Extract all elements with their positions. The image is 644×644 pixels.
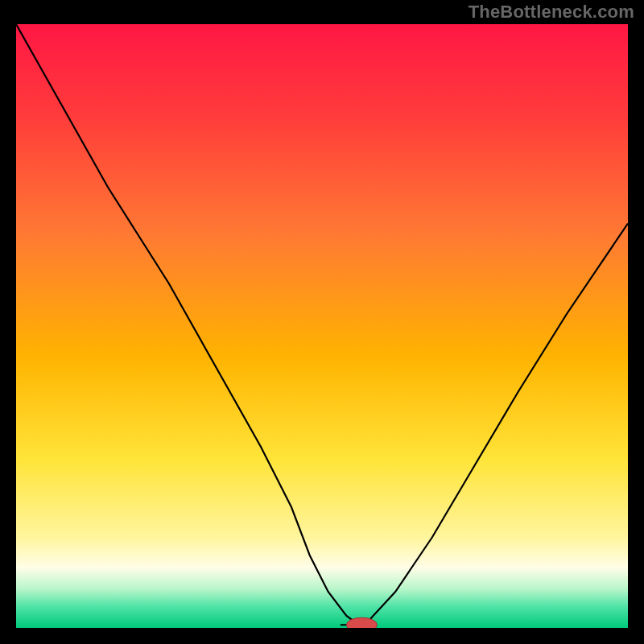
chart-frame: TheBottleneck.com xyxy=(0,0,644,644)
plot-svg xyxy=(16,24,628,628)
gradient-background xyxy=(16,24,628,628)
plot-area xyxy=(16,24,628,628)
watermark-text: TheBottleneck.com xyxy=(469,2,634,23)
